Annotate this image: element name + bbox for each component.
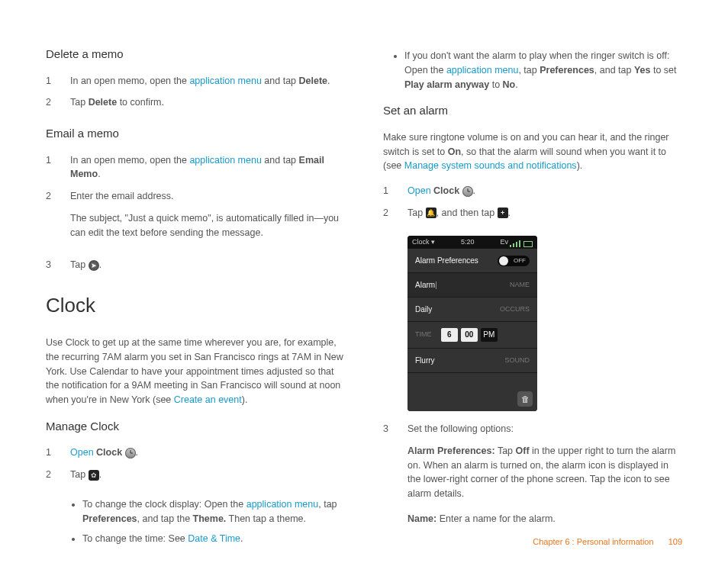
heading-clock: Clock [46, 291, 345, 320]
heading-manage-clock: Manage Clock [46, 418, 345, 436]
steps-set-alarm-cont: 3 Set the following options: Alarm Prefe… [383, 422, 682, 537]
link-open[interactable]: Open [70, 447, 94, 458]
heading-delete-memo: Delete a memo [46, 46, 345, 63]
clock-icon [462, 186, 473, 197]
send-icon: ➤ [89, 260, 99, 271]
footer-page-number: 109 [668, 537, 682, 546]
plus-icon: + [498, 208, 508, 218]
page-footer: Chapter 6 : Personal information 109 [533, 536, 682, 549]
link-date-time[interactable]: Date & Time [188, 533, 240, 544]
toggle-alarm[interactable]: OFF [498, 256, 530, 266]
row-alarm-preferences: Alarm Preferences OFF [407, 249, 537, 273]
link-application-menu[interactable]: application menu [189, 76, 262, 86]
trash-icon[interactable]: 🗑 [517, 391, 533, 407]
heading-email-memo: Email a memo [46, 125, 345, 143]
bullet-change-time: To change the time: See Date & Time. [82, 532, 345, 546]
left-column: Delete a memo 1 In an open memo, open th… [46, 46, 345, 557]
clock-icon [125, 448, 136, 458]
bell-icon: 🔔 [426, 208, 436, 218]
set-alarm-intro: Make sure ringtone volume is on and you … [383, 130, 682, 173]
row-sound[interactable]: Flurry SOUND [407, 349, 537, 373]
battery-icon [523, 241, 533, 247]
link-application-menu[interactable]: application menu [246, 499, 319, 510]
steps-delete-memo: 1 In an open memo, open the application … [46, 74, 345, 111]
row-time[interactable]: TIME 6 00 PM [407, 322, 537, 349]
bullet-ringer-switch: If you don't want the alarm to play when… [404, 49, 682, 92]
gear-icon: ✿ [89, 470, 99, 481]
footer-chapter: Chapter 6 : Personal information [533, 537, 653, 546]
link-application-menu[interactable]: application menu [189, 155, 262, 166]
link-create-event[interactable]: Create an event [174, 394, 242, 405]
right-column: If you don't want the alarm to play when… [383, 46, 682, 557]
heading-set-alarm: Set an alarm [383, 102, 682, 120]
clock-intro: Use Clock to get up at the same time whe… [46, 336, 345, 407]
phone-screenshot: Clock ▾ 5:20 Ev Alarm Preferences OFF Al [407, 236, 537, 412]
steps-manage-clock: 1 Open Clock . 2 Tap ✿. [46, 446, 345, 482]
link-open[interactable]: Open [407, 185, 431, 196]
row-alarm-name[interactable]: Alarm| NAME [407, 273, 537, 298]
phone-status-bar: Clock ▾ 5:20 Ev [407, 236, 537, 249]
steps-set-alarm: 1 Open Clock . 2 Tap 🔔, and then tap +. [383, 184, 682, 220]
bullet-change-display: To change the clock display: Open the ap… [82, 497, 345, 526]
link-application-menu[interactable]: application menu [446, 65, 519, 76]
row-occurs[interactable]: Daily OCCURS [407, 298, 537, 322]
steps-email-memo: 1 In an open memo, open the application … [46, 153, 345, 273]
link-manage-sounds[interactable]: Manage system sounds and notifications [404, 160, 577, 171]
